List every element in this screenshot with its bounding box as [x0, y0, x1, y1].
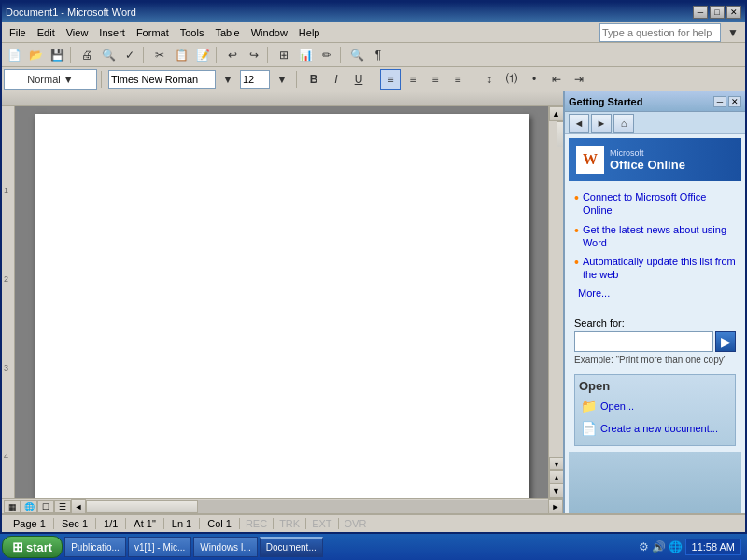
underline-button[interactable]: U	[348, 69, 369, 90]
help-search-input[interactable]	[599, 23, 721, 42]
menu-tools[interactable]: Tools	[175, 25, 210, 40]
close-button[interactable]: ✕	[726, 6, 741, 19]
status-pages: 1/1	[96, 518, 126, 529]
font-size-dropdown[interactable]: ▼	[272, 69, 292, 90]
office-online-text: Microsoft Office Online	[610, 148, 685, 172]
help-arrow-btn[interactable]: ▼	[723, 22, 743, 43]
scroll-up-btn[interactable]: ▲	[549, 106, 564, 121]
hscroll-thumb[interactable]	[86, 500, 198, 513]
new-btn[interactable]: 📄	[4, 45, 24, 65]
font-name-dropdown[interactable]: ▼	[218, 69, 238, 90]
taskbar-item-3[interactable]: Document...	[260, 537, 323, 557]
style-arrow-btn[interactable]: Normal ▼	[4, 69, 97, 90]
print-preview-btn[interactable]: 🔍	[98, 45, 119, 65]
search-section: Search for: ▶ Example: "Print more than …	[569, 314, 741, 369]
save-btn[interactable]: 💾	[47, 45, 67, 65]
scroll-thumb[interactable]	[557, 121, 564, 147]
open-file-item[interactable]: 📁 Open...	[579, 397, 731, 415]
scroll-down-btn[interactable]: ▼	[549, 483, 564, 498]
document-page[interactable]	[35, 114, 529, 498]
print-btn[interactable]: 🖨	[77, 45, 97, 65]
start-button[interactable]: ⊞ start	[2, 536, 63, 558]
gs-forward-btn[interactable]: ►	[591, 114, 612, 133]
search-input[interactable]	[574, 331, 713, 352]
sep9	[472, 71, 475, 88]
menu-format[interactable]: Format	[131, 25, 175, 40]
document-area[interactable]	[15, 106, 548, 498]
paste-btn[interactable]: 📝	[192, 45, 213, 65]
insert-chart-btn[interactable]: 📊	[295, 45, 316, 65]
gs-minimize-btn[interactable]: ─	[713, 96, 726, 107]
normal-view-btn[interactable]: ▦	[4, 500, 21, 513]
title-bar-buttons: ─ □ ✕	[693, 6, 741, 19]
redo-btn[interactable]: ↪	[244, 45, 264, 65]
taskbar-item-2[interactable]: Windows I...	[193, 537, 257, 557]
drawing-btn[interactable]: ✏	[317, 45, 337, 65]
sep5	[340, 47, 344, 63]
increase-indent-btn[interactable]: ⇥	[569, 69, 589, 90]
align-right-button[interactable]: ≡	[425, 69, 445, 90]
gs-more-link[interactable]: More...	[574, 287, 736, 299]
content-area: 1 2 3 4 5 1 2 3 4	[2, 91, 745, 513]
cut-btn[interactable]: ✂	[149, 45, 170, 65]
open-folder-icon: 📁	[581, 399, 597, 413]
print-view-btn[interactable]: ☐	[37, 500, 54, 513]
font-name-input[interactable]: Times New Roman	[108, 70, 216, 89]
getting-started-panel: Getting Started ─ ✕ ◄ ► ⌂ W Microsoft	[563, 91, 745, 513]
gs-link-3[interactable]: • Automatically update this list from th…	[574, 255, 736, 282]
hscroll-right-btn[interactable]: ►	[548, 499, 563, 514]
taskbar-item-1[interactable]: v1[1] - Mic...	[128, 537, 191, 557]
menu-file[interactable]: File	[4, 25, 32, 40]
gs-link-2[interactable]: • Get the latest news about using Word	[574, 223, 736, 250]
font-size-input[interactable]: 12	[240, 70, 270, 89]
gs-home-btn[interactable]: ⌂	[613, 114, 634, 133]
minimize-button[interactable]: ─	[693, 6, 708, 19]
status-ext: EXT	[306, 518, 338, 529]
align-center-button[interactable]: ≡	[402, 69, 423, 90]
outline-view-btn[interactable]: ☰	[54, 500, 71, 513]
menu-edit[interactable]: Edit	[32, 25, 61, 40]
scroll-down-btn-1[interactable]: ▾	[549, 457, 564, 470]
align-justify-button[interactable]: ≡	[447, 69, 468, 90]
menu-window[interactable]: Window	[246, 25, 293, 40]
web-view-btn[interactable]: 🌐	[21, 500, 37, 513]
gs-back-btn[interactable]: ◄	[569, 114, 589, 133]
align-left-button[interactable]: ≡	[380, 69, 401, 90]
spell-btn[interactable]: ✓	[120, 45, 140, 65]
bold-button[interactable]: B	[303, 69, 324, 90]
gs-panel-header: Getting Started ─ ✕	[565, 91, 745, 112]
numbering-btn[interactable]: ⑴	[501, 69, 522, 90]
title-bar: Document1 - Microsoft Word ─ □ ✕	[2, 2, 745, 22]
show-hide-btn[interactable]: ¶	[368, 45, 388, 65]
hscroll-left-btn[interactable]: ◄	[71, 499, 86, 514]
line-spacing-btn[interactable]: ↕	[479, 69, 500, 90]
insert-table-btn[interactable]: ⊞	[274, 45, 294, 65]
margin-num-4: 4	[4, 452, 8, 461]
search-go-button[interactable]: ▶	[715, 331, 736, 352]
copy-btn[interactable]: 📋	[171, 45, 191, 65]
bullets-btn[interactable]: •	[524, 69, 544, 90]
hscroll-track[interactable]	[86, 500, 548, 513]
italic-button[interactable]: I	[326, 69, 346, 90]
sys-icon-1: ⚙	[639, 540, 649, 553]
undo-btn[interactable]: ↩	[222, 45, 243, 65]
sep8	[373, 71, 376, 88]
taskbar-item-0[interactable]: Publicatio...	[64, 537, 126, 557]
menu-bar: File Edit View Insert Format Tools Table…	[2, 22, 745, 43]
decrease-indent-btn[interactable]: ⇤	[546, 69, 567, 90]
menu-insert[interactable]: Insert	[93, 25, 131, 40]
maximize-button[interactable]: □	[710, 6, 725, 19]
menu-view[interactable]: View	[61, 25, 94, 40]
menu-table[interactable]: Table	[209, 25, 245, 40]
gs-close-btn[interactable]: ✕	[728, 96, 741, 107]
open-btn[interactable]: 📂	[25, 45, 46, 65]
status-bar: Page 1 Sec 1 1/1 At 1" Ln 1 Col 1 REC TR…	[2, 513, 745, 532]
bullet-1: •	[574, 189, 579, 206]
zoom-btn[interactable]: 🔍	[346, 45, 367, 65]
menu-help[interactable]: Help	[293, 25, 326, 40]
scroll-up-btn-2[interactable]: ▴	[549, 470, 564, 483]
create-doc-icon: 📄	[581, 421, 597, 436]
create-new-item[interactable]: 📄 Create a new document...	[579, 419, 731, 438]
gs-links-section: • Connect to Microsoft Office Online • G…	[569, 187, 741, 310]
gs-link-1[interactable]: • Connect to Microsoft Office Online	[574, 190, 736, 217]
